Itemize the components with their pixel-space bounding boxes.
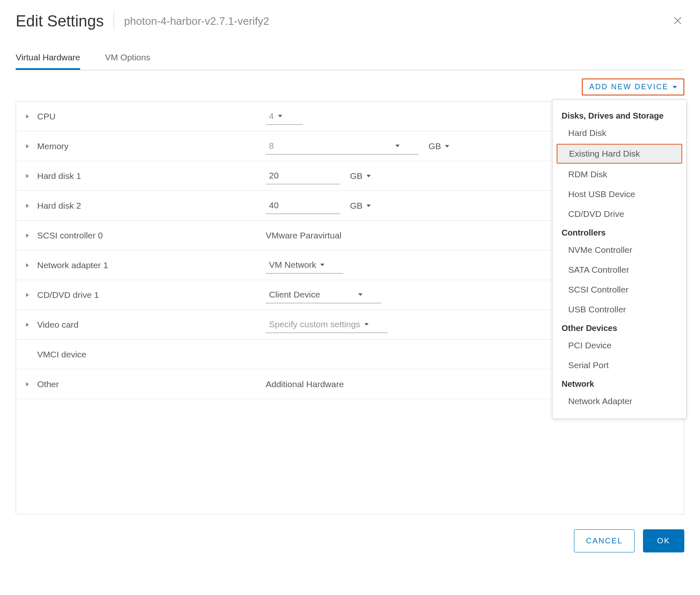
dropdown-item-sata-controller[interactable]: SATA Controller (552, 260, 686, 280)
dropdown-group-header: Other Devices (552, 319, 686, 336)
row-label: SCSI controller 0 (37, 231, 103, 240)
hd1-size-input[interactable] (266, 167, 340, 184)
chevron-down-icon (364, 323, 369, 326)
row-label: Video card (37, 320, 79, 330)
row-label: CD/DVD drive 1 (37, 290, 99, 300)
chevron-right-icon (26, 114, 29, 119)
chevron-right-icon (26, 263, 29, 267)
chevron-down-icon (278, 115, 282, 117)
dropdown-group-header: Controllers (552, 224, 686, 240)
network-select[interactable]: VM Network (266, 257, 343, 274)
dropdown-item-pci-device[interactable]: PCI Device (552, 336, 686, 355)
dropdown-item-network-adapter[interactable]: Network Adapter (552, 391, 686, 411)
scsi-value: VMware Paravirtual (266, 231, 341, 240)
other-value: Additional Hardware (266, 379, 344, 389)
chevron-right-icon (26, 293, 29, 297)
chevron-right-icon (26, 382, 29, 386)
chevron-right-icon (26, 204, 29, 208)
dropdown-item-scsi-controller[interactable]: SCSI Controller (552, 280, 686, 300)
row-label: Memory (37, 141, 69, 151)
row-label: Hard disk 2 (37, 201, 81, 211)
chevron-right-icon (26, 323, 29, 327)
dropdown-item-usb-controller[interactable]: USB Controller (552, 300, 686, 319)
chevron-right-icon (26, 144, 29, 148)
dialog-footer: CANCEL OK (16, 529, 684, 552)
row-label: CPU (37, 112, 55, 121)
add-new-device-button[interactable]: ADD NEW DEVICE (582, 79, 684, 95)
dropdown-item-existing-hard-disk[interactable]: Existing Hard Disk (557, 144, 682, 164)
memory-size-select[interactable]: 8 (266, 138, 419, 155)
tab-vm-options[interactable]: VM Options (105, 47, 150, 70)
dialog-header: Edit Settings photon-4-harbor-v2.7.1-ver… (16, 12, 684, 30)
dropdown-item-nvme-controller[interactable]: NVMe Controller (552, 240, 686, 260)
chevron-down-icon (445, 145, 449, 148)
cancel-button[interactable]: CANCEL (574, 529, 635, 552)
dropdown-item-host-usb-device[interactable]: Host USB Device (552, 184, 686, 204)
add-new-device-label: ADD NEW DEVICE (589, 83, 669, 91)
chevron-right-icon (26, 174, 29, 178)
row-label: Network adapter 1 (37, 260, 108, 270)
chevron-down-icon (358, 293, 362, 296)
hd2-unit-select[interactable]: GB (347, 198, 390, 214)
dialog-title: Edit Settings (16, 12, 114, 30)
dropdown-item-cd-dvd-drive[interactable]: CD/DVD Drive (552, 204, 686, 224)
chevron-down-icon (320, 264, 324, 266)
cddvd-select[interactable]: Client Device (266, 286, 381, 303)
toolbar: ADD NEW DEVICE Disks, Drives and Storage… (16, 79, 684, 95)
row-label: Hard disk 1 (37, 171, 81, 181)
chevron-down-icon (367, 205, 371, 207)
row-label: VMCI device (37, 350, 86, 359)
edit-settings-dialog: Edit Settings photon-4-harbor-v2.7.1-ver… (0, 0, 700, 565)
video-select[interactable]: Specify custom settings (266, 316, 388, 333)
close-button[interactable] (671, 14, 684, 29)
dropdown-item-rdm-disk[interactable]: RDM Disk (552, 164, 686, 184)
tab-virtual-hardware[interactable]: Virtual Hardware (16, 47, 80, 70)
cpu-select[interactable]: 4 (266, 108, 303, 125)
chevron-right-icon (26, 233, 29, 238)
hd1-unit-select[interactable]: GB (347, 168, 390, 184)
dropdown-item-hard-disk[interactable]: Hard Disk (552, 123, 686, 143)
add-device-dropdown: Disks, Drives and Storage Hard Disk Exis… (552, 99, 687, 419)
tabs: Virtual Hardware VM Options (16, 47, 684, 70)
memory-unit-select[interactable]: GB (425, 138, 468, 155)
dialog-subtitle: photon-4-harbor-v2.7.1-verify2 (114, 15, 671, 28)
dropdown-group-header: Network (552, 375, 686, 391)
hd2-size-input[interactable] (266, 197, 340, 214)
dropdown-item-serial-port[interactable]: Serial Port (552, 355, 686, 375)
chevron-down-icon (673, 86, 677, 88)
close-icon (673, 16, 683, 26)
dropdown-group-header: Disks, Drives and Storage (552, 107, 686, 123)
chevron-down-icon (367, 175, 371, 177)
ok-button[interactable]: OK (643, 529, 684, 552)
chevron-down-icon (395, 145, 400, 147)
row-label: Other (37, 379, 59, 389)
